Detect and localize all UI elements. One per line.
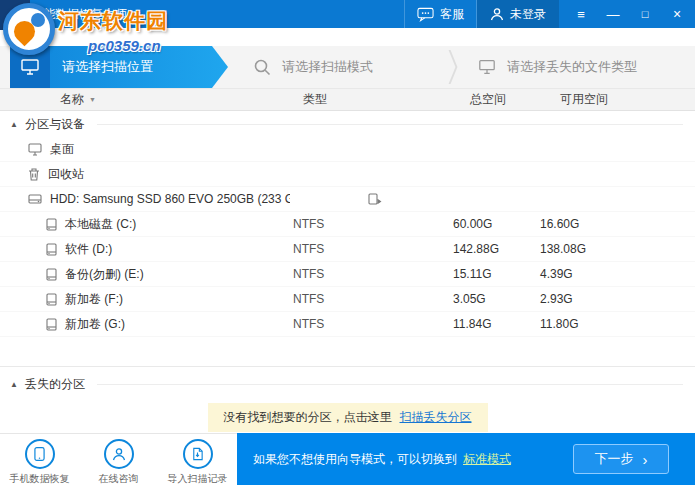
- login-button[interactable]: 未登录: [477, 0, 559, 28]
- collapse-triangle-icon: ▲: [10, 120, 18, 129]
- scan-lost-partition-link[interactable]: 扫描丢失分区: [400, 409, 472, 426]
- section-lost-partitions[interactable]: ▲ 丢失的分区: [0, 371, 695, 397]
- standard-mode-link[interactable]: 标准模式: [463, 451, 511, 468]
- close-icon: ×: [673, 6, 681, 22]
- app-logo-icon: [8, 6, 24, 22]
- total-space: 142.88G: [450, 242, 535, 256]
- partition-icon: [46, 218, 57, 231]
- column-header-name[interactable]: 名称 ▼: [0, 91, 290, 108]
- next-step-button[interactable]: 下一步 ›: [573, 444, 669, 474]
- minimize-icon: —: [607, 7, 620, 22]
- user-icon: [490, 7, 504, 21]
- minimize-button[interactable]: —: [597, 0, 629, 28]
- maximize-icon: □: [642, 8, 649, 20]
- consultant-icon: [104, 439, 134, 469]
- total-space: 11.84G: [450, 317, 535, 331]
- section-divider: [0, 366, 695, 367]
- step-select-scan-mode[interactable]: 请选择扫描模式: [253, 46, 373, 88]
- maximize-button[interactable]: □: [629, 0, 661, 28]
- lost-partitions-section: ▲ 丢失的分区 没有找到想要的分区，点击这里 扫描丢失分区: [0, 366, 695, 432]
- partition-icon: [46, 318, 57, 331]
- partition-icon: [46, 268, 57, 281]
- titlebar-right: 客服 未登录 ≡ — □ ×: [404, 0, 695, 28]
- device-list: ▲ 分区与设备 桌面 回收站: [0, 111, 695, 337]
- column-header-free-space[interactable]: 可用空间: [535, 91, 695, 108]
- fs-type: NTFS: [290, 242, 450, 256]
- step-select-scan-location[interactable]: 请选择扫描位置: [10, 46, 228, 88]
- footer-bar: 手机数据恢复 在线咨询 导入扫描记录 如果您不想使用向: [0, 433, 695, 485]
- step-separator-chevron: [438, 50, 452, 84]
- hard-disk-icon: [28, 193, 42, 205]
- next-button-label: 下一步: [595, 450, 634, 468]
- phone-icon: [25, 439, 55, 469]
- hint-text: 没有找到想要的分区，点击这里: [224, 409, 392, 426]
- partition-icon: [46, 293, 57, 306]
- item-label: 备份(勿删) (E:): [65, 266, 144, 283]
- section-divider: [97, 384, 683, 385]
- total-space: 15.11G: [450, 267, 535, 281]
- section-title: 丢失的分区: [25, 376, 85, 393]
- customer-service-button[interactable]: 客服: [404, 0, 477, 28]
- section-divider: [97, 124, 683, 125]
- app-title: 万能数据恢复大师: [31, 6, 127, 23]
- column-header-type[interactable]: 类型: [290, 91, 450, 108]
- list-item-hdd-samsung-ssd[interactable]: HDD: Samsung SSD 860 EVO 250GB (233 GB): [0, 187, 695, 212]
- app-window: 万能数据恢复大师 客服 未登录 ≡ —: [0, 0, 695, 485]
- section-title: 分区与设备: [25, 116, 85, 133]
- item-label: 新加卷 (G:): [65, 316, 125, 333]
- chat-bubble-icon: [417, 7, 434, 22]
- free-space: 4.39G: [535, 267, 695, 281]
- step-select-file-type[interactable]: 请选择丢失的文件类型: [478, 46, 637, 88]
- step-label: 请选择丢失的文件类型: [507, 58, 637, 76]
- list-item-drive-d[interactable]: 软件 (D:) NTFS 142.88G 138.08G: [0, 237, 695, 262]
- list-item-drive-e[interactable]: 备份(勿删) (E:) NTFS 15.11G 4.39G: [0, 262, 695, 287]
- item-label: 新加卷 (F:): [65, 291, 123, 308]
- step-label: 请选择扫描位置: [62, 58, 153, 76]
- footer-wizard-bar: 如果您不想使用向导模式，可以切换到 标准模式 下一步 ›: [237, 433, 695, 485]
- list-item-desktop[interactable]: 桌面: [0, 137, 695, 162]
- wizard-steps: 请选择扫描位置 请选择扫描模式 请选择丢失的文件类型: [0, 46, 695, 88]
- phone-recovery-button[interactable]: 手机数据恢复: [3, 439, 77, 485]
- rescan-disk-icon[interactable]: [368, 192, 382, 206]
- login-status-label: 未登录: [510, 6, 546, 23]
- fs-type: NTFS: [290, 317, 450, 331]
- sort-arrow-icon: ▼: [89, 96, 96, 103]
- desktop-icon: [28, 143, 42, 156]
- partition-icon: [46, 243, 57, 256]
- device-icon: [10, 46, 50, 88]
- menu-button[interactable]: ≡: [565, 0, 597, 28]
- step-label: 请选择扫描模式: [282, 58, 373, 76]
- fs-type: NTFS: [290, 292, 450, 306]
- item-label: 回收站: [48, 166, 84, 183]
- total-space: 60.00G: [450, 217, 535, 231]
- item-label: 桌面: [50, 141, 74, 158]
- import-scan-record-button[interactable]: 导入扫描记录: [161, 439, 235, 485]
- list-item-drive-g[interactable]: 新加卷 (G:) NTFS 11.84G 11.80G: [0, 312, 695, 337]
- import-file-icon: [183, 439, 213, 469]
- action-label: 在线咨询: [99, 472, 139, 485]
- action-label: 导入扫描记录: [168, 472, 228, 485]
- section-partitions-devices[interactable]: ▲ 分区与设备: [0, 111, 695, 137]
- online-consult-button[interactable]: 在线咨询: [82, 439, 156, 485]
- arrow-right-icon: ›: [643, 452, 648, 467]
- search-icon: [253, 58, 271, 76]
- customer-service-label: 客服: [440, 6, 464, 23]
- free-space: 11.80G: [535, 317, 695, 331]
- list-item-recycle-bin[interactable]: 回收站: [0, 162, 695, 187]
- free-space: 138.08G: [535, 242, 695, 256]
- item-label: HDD: Samsung SSD 860 EVO 250GB (233 GB): [50, 192, 290, 206]
- list-item-drive-f[interactable]: 新加卷 (F:) NTFS 3.05G 2.93G: [0, 287, 695, 312]
- list-item-drive-c[interactable]: 本地磁盘 (C:) NTFS 60.00G 16.60G: [0, 212, 695, 237]
- free-space: 16.60G: [535, 217, 695, 231]
- column-header-total-space[interactable]: 总空间: [450, 91, 535, 108]
- mode-hint-text: 如果您不想使用向导模式，可以切换到: [253, 451, 457, 468]
- fs-type: NTFS: [290, 267, 450, 281]
- titlebar: 万能数据恢复大师 客服 未登录 ≡ —: [0, 0, 695, 28]
- close-button[interactable]: ×: [661, 0, 693, 28]
- recycle-bin-icon: [28, 168, 40, 181]
- table-header: 名称 ▼ 类型 总空间 可用空间: [0, 88, 695, 111]
- collapse-triangle-icon: ▲: [10, 380, 18, 389]
- lost-partition-hint: 没有找到想要的分区，点击这里 扫描丢失分区: [208, 403, 488, 432]
- free-space: 2.93G: [535, 292, 695, 306]
- action-label: 手机数据恢复: [10, 472, 70, 485]
